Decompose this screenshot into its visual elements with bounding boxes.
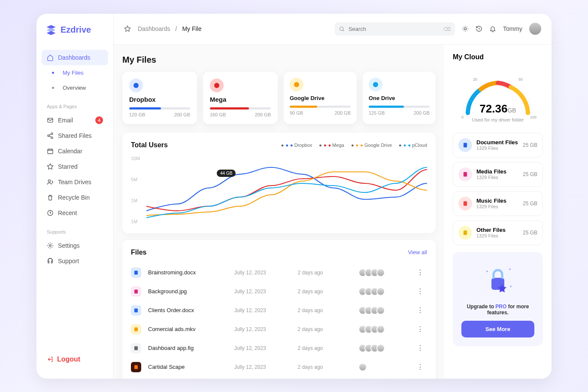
search-input[interactable]: [335, 22, 455, 36]
category-icon: [458, 197, 472, 210]
total-users-panel: Total Users ● Dropbox● Mega● Google Driv…: [122, 133, 436, 233]
upgrade-illustration: [461, 261, 534, 299]
gauge-sub: Used for my driver folder: [472, 117, 524, 122]
sidebar-item-label: Dashboards: [58, 54, 91, 61]
category-card[interactable]: Other Files 1329 Files 25 GB: [453, 220, 543, 245]
drive-stats: 120 GB200 GB: [129, 112, 190, 117]
svg-point-10: [133, 83, 139, 88]
svg-rect-19: [134, 365, 138, 369]
sidebar-item-label: Recycle Bin: [58, 194, 90, 201]
sidebar-item-support[interactable]: Support: [42, 253, 108, 269]
gauge-value: 72.36: [479, 102, 507, 115]
sidebar-item-settings[interactable]: Settings: [42, 238, 108, 253]
drive-progress: [290, 106, 351, 108]
drive-card-google drive[interactable]: Google Drive 90 GB200 GB: [284, 72, 357, 124]
category-icon: [458, 167, 472, 181]
drive-card-dropbox[interactable]: Dropbox 120 GB200 GB: [122, 72, 197, 124]
drive-stats: 160 GB200 GB: [210, 112, 271, 117]
category-name: Music Files: [476, 198, 518, 204]
drive-card-one drive[interactable]: One Drive 125 GB200 GB: [363, 72, 436, 124]
logout-button[interactable]: Logout: [42, 350, 108, 368]
sidebar-item-label: Shared Files: [58, 132, 92, 139]
svg-rect-25: [464, 143, 467, 147]
clear-search-icon[interactable]: ⌫: [443, 26, 451, 32]
mini-avatar: [376, 287, 385, 296]
breadcrumb-item[interactable]: Dashboards: [138, 25, 170, 32]
mail-icon: [47, 117, 54, 124]
category-name: Media Files: [476, 168, 518, 175]
svg-text:50: 50: [518, 77, 523, 82]
category-name: Document Files: [476, 139, 518, 146]
file-row[interactable]: Brainstroming.docx Jully 12, 2023 2 days…: [131, 263, 427, 282]
sidebar-item-label: Recent: [58, 210, 77, 216]
logout-label: Logout: [57, 356, 80, 363]
file-avatars: [361, 363, 406, 371]
sidebar-item-team-drives[interactable]: Team Drives: [42, 174, 108, 190]
view-all-link[interactable]: View all: [408, 249, 427, 255]
category-card[interactable]: Music Files 1329 Files 25 GB: [453, 191, 543, 216]
file-row[interactable]: Clients Order.docx Jully 12, 2023 2 days…: [131, 301, 427, 320]
file-row[interactable]: Cartidal Scape Jully 12, 2023 2 days ago…: [131, 358, 427, 377]
category-sub: 1329 Files: [476, 204, 518, 209]
svg-point-32: [510, 286, 512, 287]
file-more-button[interactable]: ⋮: [413, 306, 427, 314]
sidebar-item-label: My Files: [63, 70, 83, 76]
sidebar-item-starred[interactable]: Starred: [42, 159, 108, 174]
mini-avatar: [376, 268, 385, 277]
sidebar-item-my-files[interactable]: My Files: [42, 65, 108, 80]
sidebar-item-recycle-bin[interactable]: Recycle Bin: [42, 190, 108, 205]
chart-area: 10M5M1M1M 44 GB: [131, 156, 427, 225]
star-outline-icon[interactable]: [124, 25, 131, 32]
file-avatars: [361, 268, 406, 277]
file-type-icon: [131, 362, 141, 372]
file-row[interactable]: Comercial ads.mkv Jully 12, 2023 2 days …: [131, 320, 427, 339]
drive-stats: 90 GB200 GB: [290, 110, 351, 115]
svg-point-31: [509, 268, 511, 270]
header: Dashboards / My File ⌫ Tommy: [114, 14, 552, 45]
right-column: My Cloud 0 25 50 100 72.36GB: [444, 45, 552, 379]
sidebar-item-shared-files[interactable]: Shared Files: [42, 128, 108, 143]
sidebar-item-dashboards[interactable]: Dashboards: [42, 50, 108, 65]
file-more-button[interactable]: ⋮: [413, 344, 427, 352]
drive-icon: [129, 79, 143, 92]
file-more-button[interactable]: ⋮: [413, 287, 427, 295]
avatar[interactable]: [529, 23, 541, 35]
content: My Files Dropbox 120 GB200 GB Mega 160 G…: [114, 45, 552, 379]
legend-item: ● pCloud: [399, 143, 427, 148]
logo[interactable]: Ezdrive: [42, 24, 108, 36]
drive-progress: [210, 107, 271, 109]
clock-icon: [47, 210, 54, 216]
file-ago: 2 days ago: [298, 289, 355, 295]
history-icon[interactable]: [476, 25, 482, 32]
svg-text:25: 25: [473, 77, 477, 82]
sun-icon[interactable]: [462, 25, 469, 32]
line-chart: [146, 156, 427, 225]
file-type-icon: [131, 343, 141, 353]
file-row[interactable]: Musikal.mp3 Jully 12, 2023 2 days ago ⋮: [131, 377, 427, 379]
sidebar-item-recent[interactable]: Recent: [42, 205, 108, 221]
drive-card-mega[interactable]: Mega 160 GB200 GB: [203, 72, 278, 124]
file-row[interactable]: Dashboard app.fig Jully 12, 2023 2 days …: [131, 339, 427, 358]
sidebar-item-label: Starred: [58, 163, 78, 170]
drive-progress: [129, 107, 190, 109]
file-more-button[interactable]: ⋮: [413, 325, 427, 333]
category-card[interactable]: Document Files 1329 Files 25 GB: [453, 133, 543, 158]
file-ago: 2 days ago: [298, 307, 355, 313]
drive-icon: [369, 78, 382, 91]
section-label-supports: Supports: [47, 229, 108, 234]
category-size: 25 GB: [523, 171, 537, 177]
file-row[interactable]: Background.jpg Jully 12, 2023 2 days ago…: [131, 282, 427, 301]
svg-rect-27: [464, 201, 467, 206]
app-window: Ezdrive Dashboards My Files Overview App…: [36, 14, 552, 379]
trash-icon: [47, 194, 54, 201]
category-card[interactable]: Media Files 1329 Files 25 GB: [453, 162, 543, 187]
file-avatars: [361, 287, 406, 296]
bell-icon[interactable]: [489, 25, 496, 32]
sidebar-item-email[interactable]: Email 4: [42, 112, 108, 128]
see-more-button[interactable]: See More: [461, 321, 534, 337]
sidebar-item-overview[interactable]: Overview: [42, 80, 108, 95]
file-more-button[interactable]: ⋮: [413, 363, 427, 371]
drive-name: Dropbox: [129, 96, 190, 103]
sidebar-item-calendar[interactable]: Calendar: [42, 143, 108, 159]
file-more-button[interactable]: ⋮: [413, 268, 427, 277]
